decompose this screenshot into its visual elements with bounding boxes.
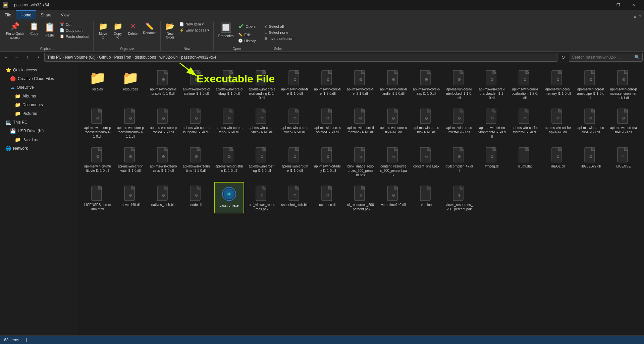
file-item-api-ms-win-core-localization-l1-2-0-dll[interactable]: ⚙ api-ms-win-core-localization-l1-2-0.dl… (510, 66, 540, 102)
file-item-api-ms-win-core-file-l2-1-0-dll[interactable]: ⚙ api-ms-win-core-file-l2-1-0.dll (345, 66, 376, 102)
file-item-api-ms-win-core-timezone-l1-1-0-dll[interactable]: ⚙ api-ms-win-core-timezone-l1-1-0.dll (345, 105, 376, 141)
restore-button[interactable]: ❐ (610, 0, 626, 10)
up-button[interactable]: ↑ (23, 53, 32, 62)
file-item-api-ms-win-crt-string-l1-1-0-dll[interactable]: ⚙ api-ms-win-crt-string-l1-1-0.dll (247, 143, 277, 179)
file-item-api-ms-win-core-sysinfo-l1-1-0-dll[interactable]: ⚙ api-ms-win-core-sysinfo-l1-1-0.dll (313, 105, 343, 141)
file-item-api-ms-win-core-rtlsupport-l1-1-0-dll[interactable]: ⚙ api-ms-win-core-rtlsupport-l1-1-0.dll (181, 105, 211, 141)
search-input[interactable] (572, 55, 632, 60)
tab-view[interactable]: View (56, 10, 74, 19)
open-button[interactable]: ✔ Open (237, 21, 257, 31)
file-item-icudtl-dat[interactable]: icudtl.dat (510, 143, 540, 179)
copy-to-button[interactable]: 📁 Copyto (111, 21, 124, 41)
file-item-api-ms-win-crt-process-l1-1-0-dll[interactable]: ⚙ api-ms-win-crt-process-l1-1-0.dll (148, 143, 178, 179)
file-item-api-ms-win-crt-stdio-l1-1-0-dll[interactable]: ⚙ api-ms-win-crt-stdio-l1-1-0.dll (214, 143, 244, 179)
file-item-content-shell-pak[interactable]: ⚙ content_shell.pak (411, 143, 441, 179)
sidebar-item-quick-access[interactable]: ⭐ Quick access (0, 66, 79, 74)
sidebar-item-documents[interactable]: 📁 Documents (0, 100, 79, 109)
help-icon[interactable]: ? (639, 14, 641, 19)
refresh-button[interactable]: ↻ (559, 53, 568, 62)
file-item-api-ms-win-core-processthreads-l1-1-0-dll[interactable]: ⚙ api-ms-win-core-processthreads-l1-1-0.… (83, 105, 113, 141)
sidebar-item-usb-drive[interactable]: 💾 USB Drive (b:) (0, 127, 79, 135)
file-item-views-resources-200-percent-pak[interactable]: ⚙ views_resources_200_percent.pak (444, 182, 474, 213)
file-item-LICENSE[interactable]: ≡ LICENSE (608, 143, 639, 179)
easy-access-button[interactable]: ⚡ Easy access ▾ (178, 27, 211, 33)
file-item-api-ms-win-core-string-l1-1-0-dll[interactable]: ⚙ api-ms-win-core-string-l1-1-0.dll (214, 105, 244, 141)
copy-path-button[interactable]: 📄 Copy path (58, 27, 91, 33)
file-item-api-ms-win-crt-runtime-l1-1-0-dll[interactable]: ⚙ api-ms-win-crt-runtime-l1-1-0.dll (181, 143, 211, 179)
file-item-ucrtbase-dll[interactable]: ⚙ ucrtbase.dll (313, 182, 343, 213)
file-item-api-ms-win-core-profile-l1-1-0-dll[interactable]: ⚙ api-ms-win-core-profile-l1-1-0.dll (148, 105, 178, 141)
sidebar-item-pictures[interactable]: 📁 Pictures (0, 109, 79, 118)
file-item-api-ms-win-crt-math-l1-1-0-dll[interactable]: ⚙ api-ms-win-crt-math-l1-1-0.dll (608, 105, 639, 141)
history-button[interactable]: 🕐 History (237, 38, 257, 44)
file-item-api-ms-win-core-libraryloader-l1-1-0-dll[interactable]: ⚙ api-ms-win-core-libraryloader-l1-1-0.d… (477, 66, 507, 102)
tab-share[interactable]: Share (36, 10, 56, 19)
file-item-api-ms-win-core-file-l1-1-0-dll[interactable]: ⚙ api-ms-win-core-file-l1-1-0.dll (280, 66, 310, 102)
file-item-api-ms-win-crt-time-l1-1-0-dll[interactable]: ⚙ api-ms-win-crt-time-l1-1-0.dll (280, 143, 310, 179)
file-item-api-ms-win-core-processenvironment-l1-1-dll[interactable]: ⚙ api-ms-win-core-processenvironment-l1-… (608, 66, 639, 102)
file-item-node-dll[interactable]: ⚙ node.dll (181, 182, 211, 213)
file-item-api-ms-win-crt-private-l1-1-0-dll[interactable]: ⚙ api-ms-win-crt-private-l1-1-0.dll (115, 143, 146, 179)
ribbon-collapse-icon[interactable]: ∧ (633, 14, 637, 19)
minimize-button[interactable]: − (595, 0, 610, 10)
file-item-content-resources-200-percent-pak[interactable]: ⚙ content_resources_200_percent.pak (378, 143, 409, 179)
sidebar-item-creative-cloud[interactable]: 🔴 Creative Cloud Files (0, 74, 79, 83)
invert-selection-button[interactable]: ⊟ Invert selection (263, 36, 295, 41)
file-item-d3dcompiler-47-dll[interactable]: ⚙ d3dcompiler_47.dll (444, 143, 474, 179)
sidebar-item-passtron[interactable]: 📁 PassTron (0, 135, 79, 144)
file-item-passtron-exe[interactable]: ⚛ passtron.exe (214, 182, 244, 213)
file-item-api-ms-win-core-synch-l1-2-0-dll[interactable]: ⚙ api-ms-win-core-synch-l1-2-0.dll (280, 105, 310, 141)
sidebar-item-network[interactable]: 🌐 Network (0, 144, 79, 153)
file-item-libEGL-dll[interactable]: ⚙ libEGL.dll (543, 143, 573, 179)
file-item-resources[interactable]: 📁resources (115, 66, 146, 102)
file-item-libGLESv2-dll[interactable]: ⚙ libGLESv2.dll (576, 143, 606, 179)
file-item-api-ms-win-core-heap-l1-1-0-dll[interactable]: ⚙ api-ms-win-core-heap-l1-1-0.dll (411, 66, 441, 102)
tab-file[interactable]: File (0, 10, 16, 19)
file-item-LICENSES-chromium-html[interactable]: LICENSES.chromium.html (83, 182, 113, 213)
sidebar-item-this-pc[interactable]: 💻 This PC (0, 118, 79, 127)
paste-button[interactable]: 📋 Paste (42, 21, 57, 39)
file-item-version[interactable]: version (411, 182, 441, 213)
sidebar-item-albums[interactable]: 📁 Albums (0, 92, 79, 100)
file-item-msvcp140-dll[interactable]: ⚙ msvcp140.dll (115, 182, 146, 213)
select-none-button[interactable]: ☐ Select none (263, 29, 295, 35)
file-item-api-ms-win-crt-multibyte-l1-1-0-dll[interactable]: ⚙ api-ms-win-crt-multibyte-l1-1-0.dll (83, 143, 113, 179)
search-box[interactable]: 🔍 (569, 53, 643, 62)
file-item-pdf-viewer-resources-pak[interactable]: ⚙ pdf_viewer_resources.pak (247, 182, 277, 213)
file-item-api-ms-win-core-util-l1-1-0-dll[interactable]: ⚙ api-ms-win-core-util-l1-1-0.dll (378, 105, 409, 141)
cut-button[interactable]: ✂️ Cut (58, 21, 91, 27)
new-folder-button[interactable]: 📂 Newfolder (163, 21, 177, 41)
copy-button[interactable]: 📋 Copy (28, 21, 41, 37)
file-item-api-ms-win-crt-conio-l1-1-0-dll[interactable]: ⚙ api-ms-win-crt-conio-l1-1-0.dll (411, 105, 441, 141)
close-button[interactable]: ✕ (626, 0, 641, 10)
file-item-api-ms-win-core-handle-l1-1-0-dll[interactable]: ⚙ api-ms-win-core-handle-l1-1-0.dll (378, 66, 409, 102)
file-item-vcruntime140-dll[interactable]: ⚙ vcruntime140.dll (378, 182, 409, 213)
tab-home[interactable]: Home (16, 10, 36, 19)
file-item-api-ms-win-crt-locale-l1-1-0-dll[interactable]: ⚙ api-ms-win-crt-locale-l1-1-0.dll (576, 105, 606, 141)
file-item-api-ms-win-core-namedpipe-l1-1-0-dll[interactable]: ⚙ api-ms-win-core-namedpipe-l1-1-0.dll (576, 66, 606, 102)
file-item-api-ms-win-crt-environment-l1-1-0-dll[interactable]: ⚙ api-ms-win-crt-environment-l1-1-0.dll (477, 105, 507, 141)
file-item-ffmpeg-dll[interactable]: ⚙ ffmpeg.dll (477, 143, 507, 179)
move-to-button[interactable]: 📁 Moveto (96, 21, 110, 41)
edit-button[interactable]: ✏️ Edit (237, 32, 257, 38)
file-item-api-ms-win-core-memory-l1-1-0-dll[interactable]: ⚙ api-ms-win-core-memory-l1-1-0.dll (543, 66, 573, 102)
file-item-api-ms-win-crt-heap-l1-1-0-dll[interactable]: ⚙ api-ms-win-crt-heap-l1-1-0.dll (543, 105, 573, 141)
file-item-api-ms-win-core-file-l1-2-0-dll[interactable]: ⚙ api-ms-win-core-file-l1-2-0.dll (313, 66, 343, 102)
paste-shortcut-button[interactable]: 📋 Paste shortcut (58, 33, 91, 39)
select-all-button[interactable]: ☑ Select all (263, 23, 295, 29)
file-item-ui-resources-200-percent-pak[interactable]: ⚙ ui_resources_200_percent.pak (345, 182, 376, 213)
forward-button[interactable]: → (12, 53, 21, 62)
sidebar-item-onedrive[interactable]: ☁ OneDrive (0, 83, 79, 92)
file-item-api-ms-win-core-interlocked-l1-1-0-dll[interactable]: ⚙ api-ms-win-core-interlocked-l1-1-0.dll (444, 66, 474, 102)
file-item-locales[interactable]: 📁locales (83, 66, 113, 102)
properties-button[interactable]: 🔲 Properties (216, 21, 236, 39)
pin-to-quick-access-button[interactable]: 📌 Pin to Quickaccess (4, 21, 26, 41)
new-item-button[interactable]: 📄 New item ▾ (178, 21, 211, 27)
back-button[interactable]: ← (1, 53, 11, 62)
file-item-snapshot-blob-bin[interactable]: ⚙ snapshot_blob.bin (280, 182, 310, 213)
file-item-api-ms-win-core-synch-l1-1-0-dll[interactable]: ⚙ api-ms-win-core-synch-l1-1-0.dll (247, 105, 277, 141)
delete-button[interactable]: ✕ Delete (126, 21, 140, 37)
rename-button[interactable]: ✏️ Rename (141, 21, 158, 36)
file-item-blink-image-resources-200-percent-pak[interactable]: ⚙ blink_image_resources_200_percent.pak (345, 143, 376, 179)
file-item-natives-blob-bin[interactable]: ⚙ natives_blob.bin (148, 182, 178, 213)
